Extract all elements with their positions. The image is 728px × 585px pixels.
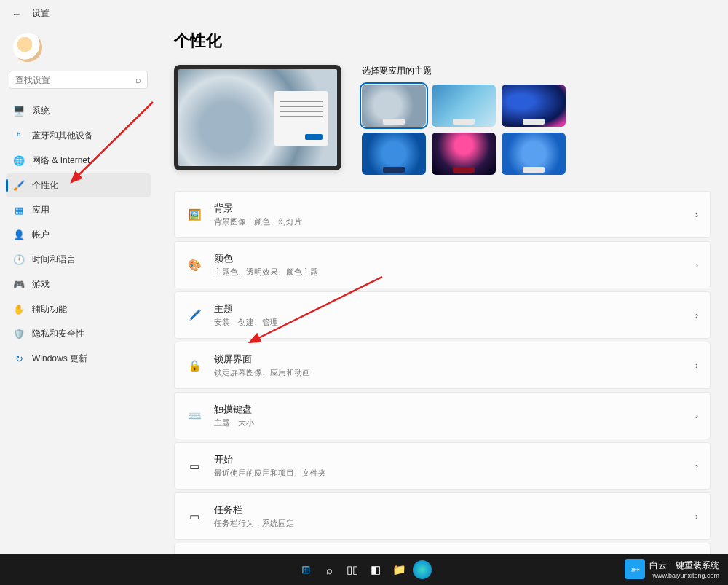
- setting-sub: 背景图像、颜色、幻灯片: [214, 216, 695, 227]
- nav-icon: 🕐: [13, 254, 25, 266]
- nav-icon: 🎮: [13, 279, 25, 291]
- nav-label: 应用: [32, 204, 50, 216]
- setting-sub: 安装、创建、管理: [214, 317, 695, 328]
- nav-icon: ᵇ: [13, 130, 25, 142]
- chevron-right-icon: ›: [695, 361, 698, 371]
- nav-icon: 👤: [13, 229, 25, 241]
- setting-title: 触摸键盘: [214, 403, 695, 416]
- taskbar-search-icon[interactable]: ⌕: [320, 560, 339, 579]
- desktop-preview: [174, 65, 341, 170]
- setting-sub: 主题、大小: [214, 417, 695, 428]
- setting-sub: 锁定屏幕图像、应用和动画: [214, 367, 695, 378]
- setting-title: 背景: [214, 202, 695, 215]
- setting-icon: 🖼️: [186, 207, 202, 223]
- nav-label: Windows 更新: [32, 353, 87, 365]
- setting-sub: 主题色、透明效果、颜色主题: [214, 267, 695, 278]
- task-view-icon[interactable]: ▯▯: [343, 560, 362, 579]
- nav-icon: 🖥️: [13, 106, 25, 117]
- nav-item-2[interactable]: 🌐网络 & Internet: [6, 149, 151, 173]
- setting-title: 锁屏界面: [214, 353, 695, 366]
- chevron-right-icon: ›: [695, 461, 698, 471]
- explorer-icon[interactable]: 📁: [389, 560, 408, 579]
- nav-item-3[interactable]: 🖌️个性化: [6, 173, 151, 197]
- back-button[interactable]: ←: [12, 8, 22, 20]
- nav-item-0[interactable]: 🖥️系统: [6, 99, 151, 123]
- nav-label: 蓝牙和其他设备: [32, 130, 93, 142]
- setting-item-6[interactable]: ▭ 任务栏 任务栏行为，系统固定 ›: [174, 492, 711, 540]
- nav-icon: ▦: [13, 205, 25, 216]
- setting-icon: 🔒: [186, 358, 202, 374]
- start-button[interactable]: ⊞: [296, 560, 315, 579]
- setting-icon: 🖊️: [186, 307, 202, 323]
- nav-label: 隐私和安全性: [32, 328, 84, 340]
- theme-thumb-5[interactable]: [432, 133, 496, 175]
- search-icon: ⌕: [135, 74, 141, 85]
- theme-thumb-4[interactable]: [362, 133, 426, 175]
- chevron-right-icon: ›: [695, 511, 698, 522]
- chevron-right-icon: ›: [695, 310, 698, 321]
- setting-title: 颜色: [214, 252, 695, 265]
- main-content: 个性化 选择要应用的主题 🖼️ 背景: [157, 27, 728, 583]
- nav-label: 系统: [32, 105, 50, 117]
- nav-label: 网络 & Internet: [32, 154, 90, 167]
- themes-title: 选择要应用的主题: [362, 65, 711, 77]
- theme-thumb-2[interactable]: [432, 85, 496, 127]
- setting-item-5[interactable]: ▭ 开始 最近使用的应用和项目、文件夹 ›: [174, 442, 711, 490]
- nav-item-5[interactable]: 👤帐户: [6, 223, 151, 247]
- setting-item-1[interactable]: 🎨 颜色 主题色、透明效果、颜色主题 ›: [174, 241, 711, 288]
- nav-item-8[interactable]: ✋辅助功能: [6, 297, 151, 321]
- nav-item-6[interactable]: 🕐时间和语言: [6, 248, 151, 272]
- avatar[interactable]: [13, 33, 42, 62]
- chevron-right-icon: ›: [695, 260, 698, 270]
- nav-label: 辅助功能: [32, 303, 67, 315]
- theme-thumb-3[interactable]: [502, 85, 566, 127]
- setting-item-4[interactable]: ⌨️ 触摸键盘 主题、大小 ›: [174, 392, 711, 439]
- nav-icon: 🌐: [13, 155, 25, 167]
- watermark-icon: ➳: [625, 559, 645, 579]
- search-box[interactable]: ⌕: [9, 71, 148, 89]
- setting-item-0[interactable]: 🖼️ 背景 背景图像、颜色、幻灯片 ›: [174, 191, 711, 238]
- theme-thumb-1[interactable]: [362, 85, 426, 127]
- nav-item-7[interactable]: 🎮游戏: [6, 272, 151, 297]
- header-title: 设置: [32, 7, 50, 20]
- setting-icon: ⌨️: [186, 408, 202, 424]
- setting-icon: ▭: [186, 509, 202, 525]
- setting-sub: 任务栏行为，系统固定: [214, 518, 695, 529]
- setting-title: 主题: [214, 302, 695, 315]
- nav-label: 个性化: [32, 179, 58, 192]
- nav-label: 时间和语言: [32, 254, 76, 266]
- watermark: ➳ 白云一键重装系统 www.baiyunxitong.com: [625, 559, 719, 579]
- nav-icon: ↻: [13, 353, 25, 365]
- setting-icon: ▭: [186, 458, 202, 474]
- nav-label: 帐户: [32, 229, 50, 241]
- nav-item-4[interactable]: ▦应用: [6, 198, 151, 222]
- chevron-right-icon: ›: [695, 210, 698, 220]
- theme-thumb-6[interactable]: [502, 133, 566, 175]
- search-input[interactable]: [15, 75, 135, 85]
- nav-item-10[interactable]: ↻Windows 更新: [6, 347, 151, 371]
- taskbar: ⊞ ⌕ ▯▯ ◧ 📁: [0, 554, 728, 585]
- page-title: 个性化: [174, 30, 711, 52]
- nav-icon: 🖌️: [13, 180, 25, 192]
- setting-item-3[interactable]: 🔒 锁屏界面 锁定屏幕图像、应用和动画 ›: [174, 342, 711, 389]
- setting-sub: 最近使用的应用和项目、文件夹: [214, 468, 695, 479]
- setting-title: 开始: [214, 453, 695, 466]
- sidebar: ⌕ 🖥️系统ᵇ蓝牙和其他设备🌐网络 & Internet🖌️个性化▦应用👤帐户🕐…: [0, 27, 157, 583]
- nav-item-1[interactable]: ᵇ蓝牙和其他设备: [6, 124, 151, 148]
- nav-label: 游戏: [32, 278, 50, 291]
- nav-icon: 🛡️: [13, 329, 25, 340]
- nav-item-9[interactable]: 🛡️隐私和安全性: [6, 322, 151, 346]
- edge-icon[interactable]: [413, 560, 432, 579]
- nav-icon: ✋: [13, 304, 25, 315]
- setting-title: 任务栏: [214, 503, 695, 517]
- setting-item-2[interactable]: 🖊️ 主题 安装、创建、管理 ›: [174, 291, 711, 339]
- setting-icon: 🎨: [186, 257, 202, 273]
- widgets-icon[interactable]: ◧: [366, 560, 385, 579]
- chevron-right-icon: ›: [695, 411, 698, 421]
